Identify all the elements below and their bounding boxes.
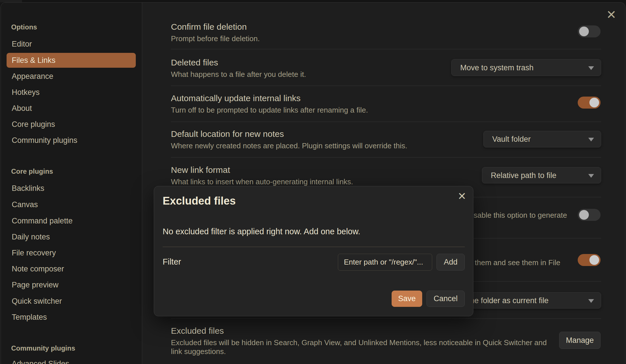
modal-message: No excluded filter is applied right now.… xyxy=(163,227,360,236)
save-button[interactable]: Save xyxy=(392,291,422,307)
toggle-confirm-file-deletion[interactable] xyxy=(578,25,601,37)
setting-desc-partial: sable this option to generate xyxy=(474,211,567,220)
settings-close-icon[interactable]: ✕ xyxy=(606,9,616,21)
toggle-knob xyxy=(579,27,589,36)
sidebar-item-community-plugins[interactable]: Community plugins xyxy=(7,133,136,148)
sidebar-item-files-links[interactable]: Files & Links xyxy=(7,53,136,68)
sidebar-item-about[interactable]: About xyxy=(7,101,136,116)
dropdown-value: Relative path to file xyxy=(491,171,557,180)
row-divider xyxy=(171,121,601,122)
setting-desc-new-link-format: What links to insert when auto-generatin… xyxy=(171,177,353,186)
row-divider xyxy=(171,85,601,86)
dropdown-value: Move to system trash xyxy=(460,63,534,72)
sidebar-item-note-composer[interactable]: Note composer xyxy=(7,261,136,276)
setting-title-auto-update-links: Automatically update internal links xyxy=(171,93,301,103)
setting-desc-auto-update-links: Turn off to be prompted to update links … xyxy=(171,106,368,115)
settings-sidebar: Options Editor Files & Links Appearance … xyxy=(1,3,142,364)
chevron-down-icon xyxy=(588,299,594,303)
toggle-auto-update-links[interactable] xyxy=(578,97,601,109)
setting-title-deleted-files: Deleted files xyxy=(171,58,218,67)
sidebar-item-quick-switcher[interactable]: Quick switcher xyxy=(7,294,136,309)
modal-divider xyxy=(163,247,465,247)
sidebar-item-advanced-slides[interactable]: Advanced Slides xyxy=(7,356,136,364)
sidebar-item-appearance[interactable]: Appearance xyxy=(7,69,136,84)
modal-title: Excluded files xyxy=(163,195,236,207)
row-divider xyxy=(171,157,601,158)
toggle-detect-extensions[interactable] xyxy=(578,254,601,266)
background-app-strip xyxy=(0,0,626,2)
manage-button[interactable]: Manage xyxy=(559,332,601,349)
sidebar-header-core-plugins: Core plugins xyxy=(11,167,53,175)
chevron-down-icon xyxy=(588,174,594,178)
filter-label: Filter xyxy=(163,257,181,267)
filter-input[interactable] xyxy=(338,254,432,271)
sidebar-item-file-recovery[interactable]: File recovery xyxy=(7,245,136,260)
dropdown-default-note-location[interactable]: Vault folder xyxy=(483,131,601,147)
chevron-down-icon xyxy=(588,138,594,141)
sidebar-item-page-preview[interactable]: Page preview xyxy=(7,277,136,292)
sidebar-header-options: Options xyxy=(11,23,37,31)
sidebar-item-backlinks[interactable]: Backlinks xyxy=(7,181,136,196)
background-app-tab xyxy=(0,0,22,2)
row-divider xyxy=(171,318,601,319)
setting-title-default-note-location: Default location for new notes xyxy=(171,129,284,139)
excluded-files-modal: Excluded files ✕ No excluded filter is a… xyxy=(154,186,473,316)
row-divider xyxy=(171,49,601,49)
sidebar-item-core-plugins[interactable]: Core plugins xyxy=(7,117,136,132)
sidebar-item-templates[interactable]: Templates xyxy=(7,310,136,325)
setting-desc-confirm-file-deletion: Prompt before file deletion. xyxy=(171,34,260,43)
sidebar-header-community-plugins: Community plugins xyxy=(11,344,75,352)
setting-desc-deleted-files: What happens to a file after you delete … xyxy=(171,70,306,79)
chevron-down-icon xyxy=(588,66,594,70)
toggle-knob xyxy=(579,210,589,220)
sidebar-item-hotkeys[interactable]: Hotkeys xyxy=(7,85,136,100)
toggle-knob xyxy=(589,255,599,265)
cancel-button[interactable]: Cancel xyxy=(426,291,465,307)
dropdown-new-link-format[interactable]: Relative path to file xyxy=(482,167,601,183)
setting-desc-excluded-files: Excluded files will be hidden in Search,… xyxy=(171,338,551,356)
sidebar-item-editor[interactable]: Editor xyxy=(7,37,136,51)
modal-close-icon[interactable]: ✕ xyxy=(458,190,466,202)
sidebar-item-command-palette[interactable]: Command palette xyxy=(7,213,136,228)
toggle-wikilinks[interactable] xyxy=(578,209,601,221)
sidebar-item-daily-notes[interactable]: Daily notes xyxy=(7,229,136,244)
sidebar-item-canvas[interactable]: Canvas xyxy=(7,197,136,212)
setting-title-new-link-format: New link format xyxy=(171,165,230,175)
setting-title-confirm-file-deletion: Confirm file deletion xyxy=(171,22,247,32)
setting-desc-partial: them and see them in File xyxy=(475,258,560,267)
dropdown-value: Vault folder xyxy=(492,135,531,144)
setting-desc-default-note-location: Where newly created notes are placed. Pl… xyxy=(171,141,407,150)
toggle-knob xyxy=(589,98,599,107)
add-button[interactable]: Add xyxy=(436,254,465,271)
dropdown-deleted-files[interactable]: Move to system trash xyxy=(451,59,601,76)
setting-title-excluded-files: Excluded files xyxy=(171,326,224,336)
